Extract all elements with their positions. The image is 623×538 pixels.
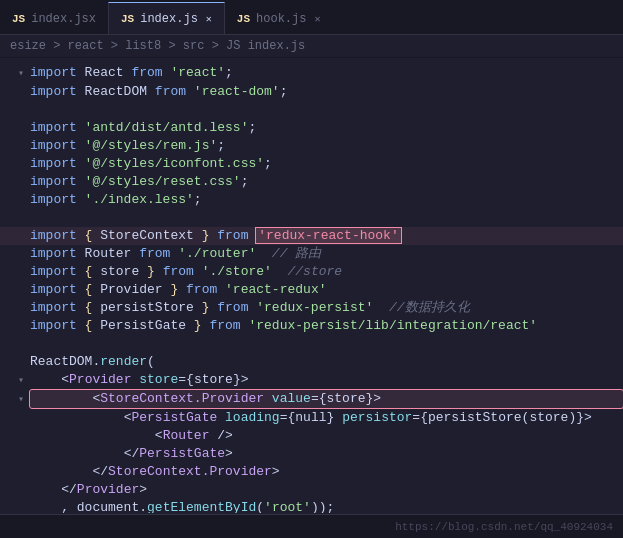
collapse-gutter[interactable]: ▾ bbox=[8, 391, 24, 409]
code-line: </StoreContext.Provider> bbox=[0, 463, 623, 481]
code-line bbox=[0, 209, 623, 227]
status-bar: https://blog.csdn.net/qq_40924034 bbox=[0, 514, 623, 538]
close-icon[interactable]: ✕ bbox=[314, 13, 320, 25]
code-line: import { PersistGate } from 'redux-persi… bbox=[0, 317, 623, 335]
editor[interactable]: ▾ import React from 'react'; import Reac… bbox=[0, 58, 623, 513]
code-line: </Provider> bbox=[0, 481, 623, 499]
breadcrumb: esize > react > list8 > src > JS index.j… bbox=[0, 35, 623, 58]
code-line: import '@/styles/iconfont.css'; bbox=[0, 155, 623, 173]
code-line: import '@/styles/reset.css'; bbox=[0, 173, 623, 191]
code-line: ▾ import React from 'react'; bbox=[0, 64, 623, 83]
tab-bar: JS index.jsx JS index.js ✕ JS hook.js ✕ bbox=[0, 0, 623, 35]
code-line: import '@/styles/rem.js'; bbox=[0, 137, 623, 155]
tab-label: hook.js bbox=[256, 12, 306, 26]
code-line: import { store } from './store' //store bbox=[0, 263, 623, 281]
code-line: , document.getElementById('root')); bbox=[0, 499, 623, 513]
code-line: import { persistStore } from 'redux-pers… bbox=[0, 299, 623, 317]
code-line: ▾ <Provider store={store}> bbox=[0, 371, 623, 390]
tab-hook-js[interactable]: JS hook.js ✕ bbox=[225, 2, 333, 34]
tab-label: index.js bbox=[140, 12, 198, 26]
js-icon: JS bbox=[237, 13, 250, 25]
collapse-gutter[interactable]: ▾ bbox=[8, 65, 24, 83]
code-line: import { Provider } from 'react-redux' bbox=[0, 281, 623, 299]
tab-index-js[interactable]: JS index.js ✕ bbox=[108, 2, 225, 34]
code-line: ReactDOM.render( bbox=[0, 353, 623, 371]
code-line bbox=[0, 335, 623, 353]
close-icon[interactable]: ✕ bbox=[206, 13, 212, 25]
code-line: import 'antd/dist/antd.less'; bbox=[0, 119, 623, 137]
js-icon: JS bbox=[12, 13, 25, 25]
js-icon: JS bbox=[121, 13, 134, 25]
code-line: <PersistGate loading={null} persistor={p… bbox=[0, 409, 623, 427]
watermark-text: https://blog.csdn.net/qq_40924034 bbox=[395, 521, 613, 533]
code-line-storeprovider: ▾ <StoreContext.Provider value={store}> bbox=[0, 390, 623, 409]
code-line bbox=[0, 101, 623, 119]
code-line: import './index.less'; bbox=[0, 191, 623, 209]
code-line-storecontext: import { StoreContext } from 'redux-reac… bbox=[0, 227, 623, 245]
tab-label: index.jsx bbox=[31, 12, 96, 26]
code-line: import Router from './router' // 路由 bbox=[0, 245, 623, 263]
code-line: import ReactDOM from 'react-dom'; bbox=[0, 83, 623, 101]
tab-index-jsx[interactable]: JS index.jsx bbox=[0, 2, 108, 34]
code-line: <Router /> bbox=[0, 427, 623, 445]
code-line: </PersistGate> bbox=[0, 445, 623, 463]
collapse-gutter[interactable]: ▾ bbox=[8, 372, 24, 390]
